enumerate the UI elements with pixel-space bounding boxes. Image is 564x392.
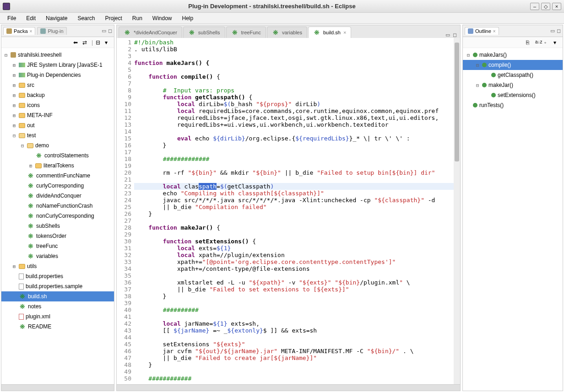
outline-compile[interactable]: ⊟compile() — [463, 60, 563, 70]
test-variables[interactable]: ❋variables — [1, 251, 114, 261]
code-line-39[interactable] — [134, 300, 460, 306]
code-line-16[interactable]: } — [134, 142, 460, 149]
close-icon[interactable]: × — [493, 29, 496, 34]
test-tokensOrder[interactable]: ❋tokensOrder — [1, 231, 114, 241]
menu-help[interactable]: Help — [178, 14, 198, 22]
editor-tab-variables[interactable]: ❋variables — [267, 27, 307, 38]
close-icon[interactable]: × — [30, 29, 33, 34]
horizontal-scrollbar[interactable] — [117, 384, 460, 391]
maximize-view-icon[interactable]: ◻ — [557, 28, 561, 34]
code-line-40[interactable]: ########## — [134, 306, 460, 313]
menu-run[interactable]: Run — [128, 14, 147, 22]
code-line-42[interactable]: local jarName=${1} exts=sh, — [134, 320, 460, 327]
outline-makejars[interactable]: ⊟makeJars() — [463, 50, 563, 60]
expander-icon[interactable]: ⊞ — [11, 103, 17, 108]
vertical-scrollbar[interactable] — [454, 38, 460, 384]
maximize-view-icon[interactable]: ◻ — [108, 28, 112, 34]
code-line-44[interactable] — [134, 334, 460, 341]
test-curlyCorresponding[interactable]: ❋curlyCorresponding — [1, 181, 114, 191]
test-subShells[interactable]: ❋subShells — [1, 221, 114, 231]
file-build-sh[interactable]: ❋build.sh — [1, 291, 114, 301]
code-line-21[interactable] — [134, 176, 460, 183]
file-build-properties-sample[interactable]: build.properties.sample — [1, 281, 114, 291]
minimize-view-icon[interactable]: ▭ — [445, 32, 450, 38]
expander-icon[interactable]: ⊞ — [11, 113, 17, 118]
outline-getclasspath[interactable]: getClasspath() — [463, 70, 563, 80]
outline-makejar[interactable]: ⊟makeJar() — [463, 80, 563, 90]
code-line-31[interactable]: local exts=${1} — [134, 245, 460, 252]
package-tree[interactable]: ⊟strahilski.treeshell⊞JRE System Library… — [1, 48, 114, 384]
code-line-47[interactable]: || b_die "Failed to create jar[${jarName… — [134, 354, 460, 361]
code-line-36[interactable]: xmlstarlet ed -L -u "${xpath}" -v "${ext… — [134, 279, 460, 286]
folder-demo[interactable]: ⊟demo — [1, 140, 114, 150]
test-treeFunc[interactable]: ❋treeFunc — [1, 241, 114, 251]
expander-icon[interactable]: ⊟ — [3, 53, 9, 58]
minimize-button[interactable]: – — [530, 3, 539, 10]
code-line-22[interactable]: local classpath=$(getClasspath) — [134, 183, 460, 190]
menu-file[interactable]: File — [3, 14, 21, 22]
minimize-view-icon[interactable]: ▭ — [550, 28, 555, 34]
collapse-icon[interactable]: ⊟ — [96, 39, 102, 46]
test-noNameFunctionCrash[interactable]: ❋noNameFunctionCrash — [1, 201, 114, 211]
code-line-20[interactable]: rm -rf "${bin}" && mkdir "${bin}" || b_d… — [134, 169, 460, 176]
code-line-25[interactable]: || b_die "Compilation failed" — [134, 204, 460, 210]
code-line-30[interactable]: function setExtensions() { — [134, 238, 460, 245]
package-explorer-tab[interactable]: Packa × — [3, 27, 35, 35]
outline-runtests[interactable]: runTests() — [463, 100, 563, 110]
folder-backup[interactable]: ⊞backup — [1, 90, 114, 100]
folder-meta[interactable]: ⊞META-INF — [1, 110, 114, 120]
code-line-18[interactable]: ############# — [134, 156, 460, 162]
code-line-12[interactable]: requiredLibs+=jface,jface.text,osgi,swt.… — [134, 114, 460, 121]
code-line-45[interactable]: setExtensions "${exts}" — [134, 341, 460, 348]
code-line-14[interactable] — [134, 128, 460, 135]
plugin-deps[interactable]: ⊞Plug-in Dependencies — [1, 70, 114, 80]
code-line-41[interactable] — [134, 313, 460, 320]
sort-icon[interactable]: a↓z — [535, 39, 542, 46]
code-line-1[interactable]: #!/bin/bash — [134, 39, 460, 46]
code-line-10[interactable]: local dirLib=$(b_hash "${props}" dirLib) — [134, 101, 460, 107]
close-button[interactable]: × — [552, 3, 561, 10]
expander-icon[interactable]: ⊟ — [475, 83, 480, 88]
close-icon[interactable]: × — [343, 30, 346, 35]
code-line-27[interactable] — [134, 217, 460, 224]
code-line-9[interactable]: function getClasspath() { — [134, 94, 460, 101]
code-line-13[interactable]: requiredLibs+=ui.views,ui.workbench,ui.w… — [134, 121, 460, 128]
code-area[interactable]: #!/bin/bash. utils/libB function makeJar… — [134, 38, 460, 384]
plugin-tab[interactable]: Plug-in — [37, 27, 66, 35]
file-plugin-xml[interactable]: plugin.xml — [1, 311, 114, 322]
code-line-15[interactable]: eval echo ${dirLib}/org.eclipse.{${requi… — [134, 135, 460, 142]
filter-icon[interactable]: ◦ — [544, 39, 551, 46]
code-line-49[interactable] — [134, 368, 460, 375]
code-line-23[interactable]: echo "Compiling with classpath[${classpa… — [134, 190, 460, 197]
demo-controlstatements[interactable]: ❋controlStatements — [1, 150, 114, 161]
editor-body[interactable]: 1234567891011121314151617181920212223242… — [117, 38, 460, 384]
editor-tab-treefunc[interactable]: ❋treeFunc — [226, 27, 266, 38]
code-line-5[interactable] — [134, 66, 460, 73]
menu-icon[interactable]: ▾ — [105, 39, 111, 46]
code-line-19[interactable] — [134, 162, 460, 169]
folder-test[interactable]: ⊟test — [1, 130, 114, 140]
expander-icon[interactable]: ⊞ — [11, 63, 17, 68]
expander-icon[interactable]: ⊞ — [11, 83, 17, 88]
demo-literaltokens[interactable]: ⊞literalTokens — [1, 161, 114, 171]
code-line-2[interactable]: . utils/libB — [134, 46, 460, 53]
code-line-50[interactable]: ############ — [134, 375, 460, 382]
file-build-properties[interactable]: build.properties — [1, 271, 114, 281]
code-line-6[interactable]: function compile() { — [134, 73, 460, 80]
code-line-8[interactable]: # Input vars: props — [134, 87, 460, 94]
file-readme[interactable]: ❋README — [1, 322, 114, 332]
expander-icon[interactable]: ⊞ — [11, 73, 17, 78]
maximize-view-icon[interactable]: ◻ — [453, 32, 457, 38]
code-line-48[interactable]: } — [134, 361, 460, 368]
editor-tab-divideandconquer[interactable]: ❋*divideAndConquer — [119, 27, 182, 38]
code-line-4[interactable]: function makeJars() { — [134, 59, 460, 66]
expander-icon[interactable]: ⊞ — [11, 123, 17, 128]
outline-tab[interactable]: Outline × — [465, 27, 499, 35]
horizontal-scrollbar[interactable] — [1, 384, 114, 391]
code-line-28[interactable]: function makeJar() { — [134, 224, 460, 231]
code-line-7[interactable] — [134, 80, 460, 87]
menu-window[interactable]: Window — [148, 14, 177, 22]
expander-icon[interactable]: ⊟ — [466, 53, 471, 58]
folder-out[interactable]: ⊞out — [1, 120, 114, 130]
menu-navigate[interactable]: Navigate — [41, 14, 72, 22]
